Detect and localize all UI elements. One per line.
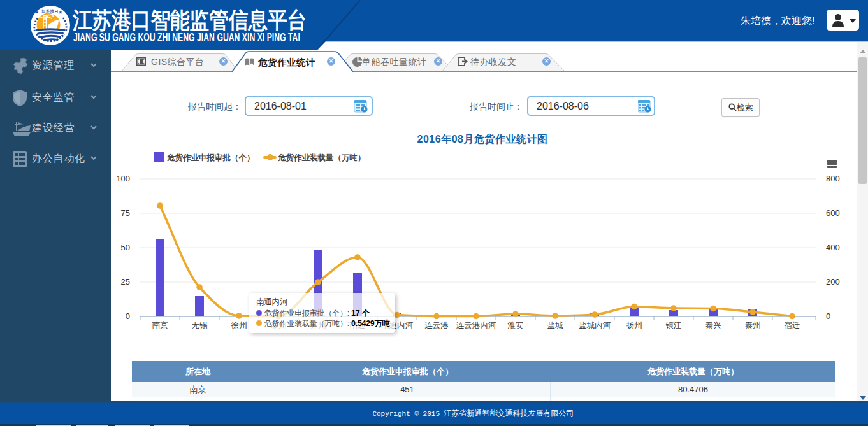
svg-text:镇江: 镇江 bbox=[665, 321, 682, 330]
svg-text:淮安: 淮安 bbox=[508, 321, 524, 330]
svg-text:徐州: 徐州 bbox=[231, 321, 247, 330]
svg-text:200: 200 bbox=[826, 277, 840, 287]
svg-text:泰州: 泰州 bbox=[745, 321, 761, 330]
svg-text:盐城内河: 盐城内河 bbox=[579, 321, 611, 330]
svg-text:连云港: 连云港 bbox=[424, 321, 449, 330]
svg-text:25: 25 bbox=[121, 277, 130, 287]
svg-text:盐城: 盐城 bbox=[547, 321, 564, 330]
svg-text:400: 400 bbox=[826, 243, 840, 252]
svg-text:0: 0 bbox=[826, 311, 830, 321]
svg-text:无锡: 无锡 bbox=[192, 321, 208, 330]
svg-text:50: 50 bbox=[121, 243, 130, 252]
svg-text:800: 800 bbox=[826, 174, 840, 183]
svg-text:75: 75 bbox=[121, 208, 130, 218]
svg-text:南京: 南京 bbox=[152, 321, 169, 330]
svg-text:600: 600 bbox=[826, 208, 840, 218]
svg-text:泰兴: 泰兴 bbox=[705, 321, 721, 330]
svg-text:100: 100 bbox=[116, 174, 130, 183]
svg-text:0: 0 bbox=[126, 311, 130, 321]
svg-text:江苏港口: 江苏港口 bbox=[41, 9, 59, 13]
svg-text:连云港内河: 连云港内河 bbox=[456, 321, 496, 330]
svg-text:扬州: 扬州 bbox=[626, 321, 642, 330]
svg-text:宿迁: 宿迁 bbox=[785, 321, 800, 330]
